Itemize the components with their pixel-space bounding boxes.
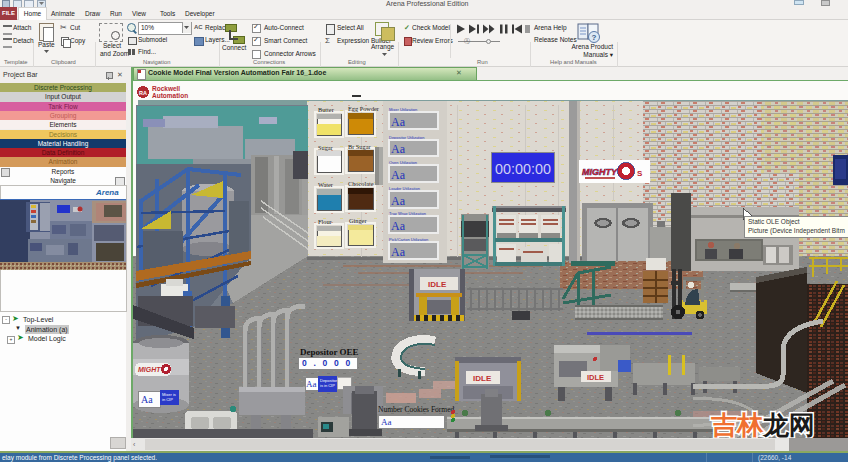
- svg-text:Aa: Aa: [141, 394, 153, 405]
- svg-text:Static OLE Object: Static OLE Object: [748, 218, 800, 226]
- svg-text:吉林龙网: 吉林龙网: [711, 410, 815, 438]
- svg-text:is in CIP: is in CIP: [320, 383, 335, 388]
- svg-text:Aa: Aa: [381, 417, 392, 427]
- svg-text:Depositor OEE: Depositor OEE: [300, 347, 359, 357]
- svg-text:Aa: Aa: [306, 379, 317, 389]
- svg-text:IDLE: IDLE: [428, 280, 447, 289]
- svg-text:Automation: Automation: [152, 92, 188, 99]
- svg-text:?: ?: [592, 33, 597, 42]
- svg-text:Aa: Aa: [391, 194, 406, 208]
- svg-text:Rockwell: Rockwell: [152, 85, 180, 92]
- svg-text:Aa: Aa: [391, 142, 406, 156]
- svg-text:IDLE: IDLE: [473, 374, 492, 383]
- svg-text:Number Cookies Formed: Number Cookies Formed: [378, 405, 454, 414]
- svg-text:Aa: Aa: [391, 245, 406, 259]
- svg-text:Sugar: Sugar: [318, 144, 334, 151]
- svg-text:Aa: Aa: [391, 219, 406, 233]
- svg-text:Butter: Butter: [318, 106, 335, 113]
- svg-text:00:00:00: 00:00:00: [495, 160, 551, 177]
- svg-text:IDLE: IDLE: [587, 373, 604, 382]
- svg-text:Aa: Aa: [391, 168, 406, 182]
- svg-text:S: S: [637, 169, 643, 178]
- svg-text:RA: RA: [139, 90, 147, 96]
- svg-text:Aa: Aa: [391, 115, 406, 129]
- svg-text:Egg Powder: Egg Powder: [348, 105, 380, 112]
- svg-text:Picture (Device Independent Bi: Picture (Device Independent Bitm: [748, 227, 845, 235]
- svg-text:0 . 0 0 0: 0 . 0 0 0: [302, 358, 353, 368]
- svg-text:in CIP: in CIP: [162, 397, 173, 402]
- svg-text:Br Sugar: Br Sugar: [348, 143, 371, 150]
- svg-text:Ginger: Ginger: [349, 217, 367, 224]
- svg-text:Flour: Flour: [318, 218, 333, 225]
- svg-text:Chocolate: Chocolate: [348, 180, 374, 187]
- svg-text:MIGHTY: MIGHTY: [582, 167, 618, 177]
- svg-text:Water: Water: [318, 181, 334, 188]
